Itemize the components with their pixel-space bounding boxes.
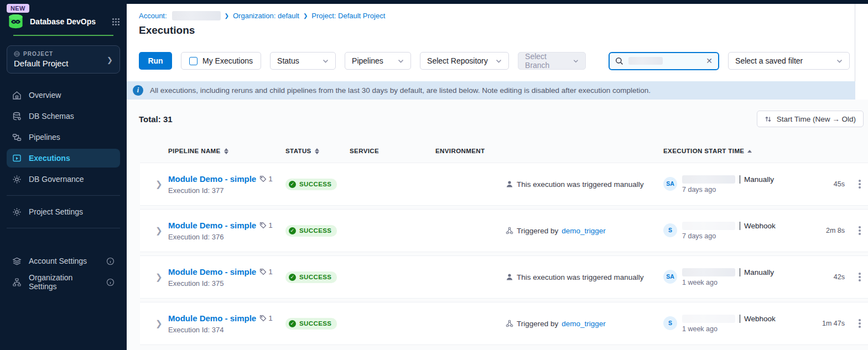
column-environment: ENVIRONMENT (435, 148, 663, 154)
executions-icon (12, 154, 22, 163)
sidebar-item-overview[interactable]: Overview (7, 86, 120, 105)
sidebar-item-db-governance[interactable]: DB Governance (7, 170, 120, 189)
column-pipeline-name[interactable]: PIPELINE NAME (168, 148, 285, 154)
pipelines-dropdown[interactable]: Pipelines (345, 52, 411, 70)
time-ago: 7 days ago (682, 232, 776, 240)
execution-id: Execution Id: 375 (168, 279, 285, 288)
sidebar-item-label: Account Settings (29, 257, 87, 265)
my-executions-checkbox[interactable] (189, 57, 197, 65)
clear-search-icon[interactable]: ✕ (706, 56, 713, 65)
main-content: Account: ❯ Organization: default ❯ Proje… (127, 4, 868, 350)
column-label: PIPELINE NAME (168, 148, 221, 154)
expand-chevron-icon[interactable]: ❯ (140, 272, 168, 282)
start-time-cell: S Webhook 7 days ago (663, 222, 813, 240)
status-badge: ✓SUCCESS (285, 318, 337, 330)
status-badge: ✓SUCCESS (285, 225, 337, 237)
trigger-text: This execution was triggered manually (517, 180, 644, 189)
avatar: SA (663, 270, 677, 284)
sidebar-divider (7, 195, 120, 196)
tag-count: 1 (268, 221, 273, 229)
row-menu-kebab-icon[interactable] (851, 176, 868, 192)
sidebar-item-label: Organization Settings (29, 273, 99, 291)
column-execution-start-time[interactable]: EXECUTION START TIME (663, 148, 813, 154)
row-menu-kebab-icon[interactable] (851, 269, 868, 285)
trigger-link[interactable]: demo_trigger (562, 320, 606, 328)
trigger-via: Manually (740, 175, 774, 184)
row-menu-kebab-icon[interactable] (851, 223, 868, 238)
info-icon (106, 257, 115, 265)
status-text: SUCCESS (299, 320, 331, 327)
status-dropdown-label: Status (277, 56, 299, 65)
column-label: STATUS (285, 148, 311, 154)
status-text: SUCCESS (299, 181, 331, 187)
person-icon (506, 273, 513, 281)
pipeline-name-link[interactable]: Module Demo - simple (168, 267, 256, 276)
tag-count: 1 (268, 268, 273, 276)
chevron-down-icon (496, 58, 502, 64)
org-chart-icon (12, 278, 22, 287)
pipeline-name-link[interactable]: Module Demo - simple (168, 314, 256, 323)
trigger-info: This execution was triggered manually (435, 273, 663, 281)
search-input[interactable]: ✕ (609, 52, 719, 70)
breadcrumb-project[interactable]: Project: Default Project (311, 12, 385, 20)
webhook-icon (506, 227, 513, 234)
chevron-right-icon: ❯ (225, 13, 229, 19)
sidebar-item-organization-settings[interactable]: Organization Settings (7, 273, 120, 291)
row-menu-kebab-icon[interactable] (851, 316, 868, 331)
redacted-account-id (172, 11, 221, 20)
saved-filter-dropdown[interactable]: Select a saved filter (728, 52, 850, 70)
run-button[interactable]: Run (139, 52, 172, 70)
info-icon: i (133, 85, 143, 96)
sort-dropdown[interactable]: Start Time (New → Old) (757, 111, 864, 127)
sidebar-item-db-schemas[interactable]: DB Schemas (7, 107, 120, 126)
my-executions-filter[interactable]: My Executions (181, 52, 261, 70)
chevron-down-icon (836, 58, 843, 64)
sidebar-item-executions[interactable]: Executions (7, 149, 120, 168)
sidebar-item-label: Project Settings (29, 207, 83, 216)
table-row[interactable]: ❯ Module Demo - simple 1 Execution Id: 3… (140, 302, 868, 345)
redacted-user-name (682, 175, 735, 184)
layers-icon (12, 257, 22, 266)
chevron-right-icon: ❯ (303, 13, 308, 19)
table-row[interactable]: ❯ Module Demo - simple 1 Execution Id: 3… (140, 255, 868, 299)
table-row[interactable]: ❯ Module Demo - simple 1 Execution Id: 3… (140, 209, 868, 252)
branch-dropdown[interactable]: Select Branch (518, 52, 586, 70)
trigger-text: Triggered by (517, 227, 558, 235)
sidebar-item-project-settings[interactable]: Project Settings (7, 202, 120, 221)
time-ago: 7 days ago (682, 186, 774, 194)
status-dropdown[interactable]: Status (270, 52, 336, 70)
table-header: PIPELINE NAME STATUS SERVICE ENVIRONMENT… (140, 143, 868, 159)
status-text: SUCCESS (299, 274, 331, 280)
breadcrumb: Account: ❯ Organization: default ❯ Proje… (127, 4, 868, 20)
column-label: SERVICE (350, 148, 379, 154)
expand-chevron-icon[interactable]: ❯ (140, 226, 168, 236)
gear-icon (12, 175, 22, 184)
breadcrumb-account[interactable]: Account: (139, 12, 167, 20)
sort-label: Start Time (New → Old) (777, 115, 856, 123)
trigger-link[interactable]: demo_trigger (562, 227, 606, 235)
breadcrumb-organization[interactable]: Organization: default (233, 12, 299, 20)
column-status[interactable]: STATUS (285, 148, 350, 154)
sort-both-icon (224, 148, 228, 154)
brand-area: NEW Database DevOps (0, 0, 127, 36)
sidebar-item-account-settings[interactable]: Account Settings (7, 252, 120, 270)
repository-dropdown[interactable]: Select Repository (420, 52, 509, 70)
expand-chevron-icon[interactable]: ❯ (140, 179, 168, 189)
pipeline-name-link[interactable]: Module Demo - simple (168, 221, 256, 230)
start-time-cell: SA Manually 1 week ago (663, 268, 813, 286)
check-icon: ✓ (289, 227, 296, 234)
sidebar-item-pipelines[interactable]: Pipelines (7, 128, 120, 147)
table-row[interactable]: ❯ Module Demo - simple 1 Execution Id: 3… (140, 163, 868, 206)
avatar: S (663, 316, 677, 330)
trigger-info: This execution was triggered manually (435, 180, 663, 189)
redacted-search-text (628, 57, 663, 65)
project-selector[interactable]: PROJECT Default Project ❯ (7, 45, 120, 74)
avatar: SA (663, 177, 677, 191)
pipelines-icon (12, 133, 22, 142)
duration: 42s (813, 273, 851, 281)
pipeline-name-link[interactable]: Module Demo - simple (168, 174, 256, 184)
expand-chevron-icon[interactable]: ❯ (140, 318, 168, 328)
branch-dropdown-label: Select Branch (525, 52, 568, 70)
app-grid-icon[interactable] (112, 18, 120, 26)
execution-id: Execution Id: 376 (168, 233, 285, 241)
